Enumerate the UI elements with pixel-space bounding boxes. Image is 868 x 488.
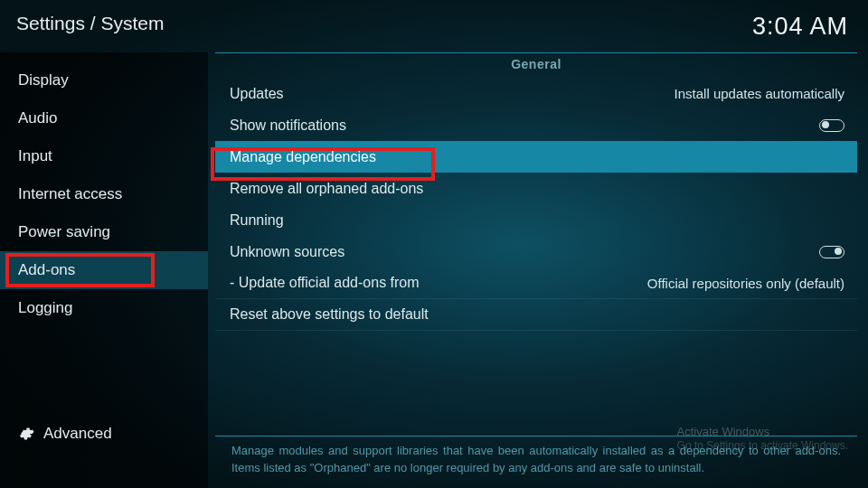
main-panel: General Updates Install updates automati…	[215, 52, 857, 488]
row-label: Manage dependencies	[230, 149, 376, 165]
help-text: Manage modules and support libraries tha…	[215, 436, 857, 477]
breadcrumb: Settings / System	[16, 13, 164, 34]
row-remove-orphaned[interactable]: Remove all orphaned add-ons	[215, 173, 857, 204]
sidebar-item-display[interactable]: Display	[0, 61, 208, 99]
row-running[interactable]: Running	[215, 204, 857, 236]
header: Settings / System 3:04 AM	[0, 0, 868, 52]
row-reset-defaults[interactable]: Reset above settings to default	[215, 299, 857, 331]
sidebar-item-internet-access[interactable]: Internet access	[0, 175, 208, 213]
row-updates[interactable]: Updates Install updates automatically	[215, 78, 857, 109]
sidebar-item-audio[interactable]: Audio	[0, 99, 208, 137]
gear-icon	[18, 426, 34, 442]
settings-level-button[interactable]: Advanced	[0, 416, 112, 452]
sidebar-item-logging[interactable]: Logging	[0, 289, 208, 327]
row-label: Remove all orphaned add-ons	[230, 181, 423, 197]
sidebar-item-input[interactable]: Input	[0, 137, 208, 175]
row-value: Install updates automatically	[675, 86, 844, 101]
row-label: Show notifications	[230, 117, 346, 134]
toggle-show-notifications[interactable]	[819, 119, 844, 132]
row-show-notifications[interactable]: Show notifications	[215, 109, 857, 141]
row-manage-dependencies[interactable]: Manage dependencies	[215, 141, 857, 173]
row-label: Running	[230, 212, 284, 229]
section-title: General	[511, 57, 561, 71]
clock: 3:04 AM	[752, 13, 848, 41]
row-label: Updates	[230, 86, 284, 102]
row-label: Unknown sources	[230, 244, 344, 260]
row-label: - Update official add-ons from	[230, 275, 420, 291]
settings-rows: Updates Install updates automatically Sh…	[215, 78, 857, 331]
sidebar-item-add-ons[interactable]: Add-ons	[0, 251, 208, 289]
row-unknown-sources[interactable]: Unknown sources	[215, 236, 857, 267]
row-label: Reset above settings to default	[230, 306, 429, 323]
settings-level-label: Advanced	[43, 425, 112, 443]
row-value: Official repositories only (default)	[647, 276, 844, 291]
toggle-unknown-sources[interactable]	[819, 246, 844, 258]
section-header: General	[215, 52, 857, 72]
row-update-official[interactable]: - Update official add-ons from Official …	[215, 267, 857, 299]
sidebar-item-power-saving[interactable]: Power saving	[0, 213, 208, 251]
sidebar: Display Audio Input Internet access Powe…	[0, 52, 208, 488]
